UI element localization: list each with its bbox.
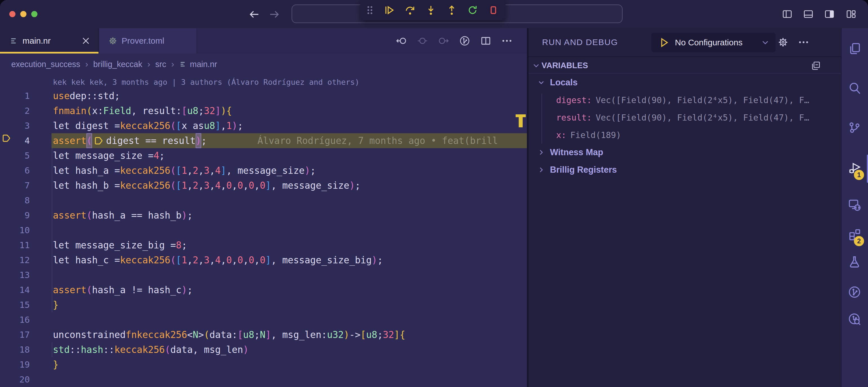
line-number[interactable]: 1: [0, 88, 30, 103]
chevron-right-icon: ›: [147, 59, 150, 69]
code-line-text[interactable]: }: [53, 297, 59, 312]
section-label: VARIABLES: [541, 61, 588, 70]
activity-explorer-icon[interactable]: [848, 42, 861, 55]
toolbar-drag-grip-icon[interactable]: [367, 5, 374, 16]
code-line-text[interactable]: }: [53, 357, 59, 372]
line-number[interactable]: 12: [0, 252, 30, 268]
code-line-text[interactable]: let hash_c = keccak256([1, 2, 3, 4, 0, 0…: [53, 252, 383, 268]
toggle-panel-icon[interactable]: [803, 9, 813, 19]
panel-more-actions-icon[interactable]: [798, 37, 809, 48]
code-line: 6 let hash_a = keccak256([1, 2, 3, 4], m…: [0, 163, 527, 178]
code-line-text[interactable]: std::hash::keccak256(data, msg_len): [53, 342, 249, 357]
variable-row[interactable]: digest:Vec([Field(90), Field(2⁴x5), Fiel…: [529, 91, 841, 109]
chevron-right-icon[interactable]: [537, 149, 545, 156]
line-number[interactable]: 10: [0, 223, 30, 238]
debug-configuration-dropdown[interactable]: No Configurations: [651, 33, 776, 52]
activity-dependency-graph-icon[interactable]: [848, 286, 861, 299]
scope-label: Witness Map: [550, 147, 603, 157]
activity-remote-explorer-icon[interactable]: [848, 198, 861, 211]
chevron-right-icon[interactable]: [537, 166, 545, 174]
code-line-text[interactable]: use dep::std;: [53, 88, 120, 103]
tab-prover-toml[interactable]: Prover.toml: [99, 28, 197, 54]
code-line-text[interactable]: assert(digest == result);Álvaro Rodrígue…: [53, 133, 498, 148]
scope-locals[interactable]: Locals: [529, 74, 841, 91]
code-line-text[interactable]: let hash_a = keccak256([1, 2, 3, 4], mes…: [53, 163, 316, 178]
debug-restart-button[interactable]: [467, 5, 478, 16]
line-number[interactable]: 3: [0, 118, 30, 133]
minimize-window-button[interactable]: [20, 11, 27, 17]
zoom-window-button[interactable]: [31, 11, 37, 17]
code-line-text[interactable]: fn main(x: Field, result: [u8; 32]) {: [53, 103, 232, 118]
code-line: 4 assert(digest == result);Álvaro Rodríg…: [0, 133, 527, 148]
line-number[interactable]: 16: [0, 312, 30, 327]
code-line: 5 let message_size = 4;: [0, 148, 527, 163]
more-actions-icon[interactable]: [501, 35, 512, 46]
code-line-text[interactable]: let hash_b = keccak256([1, 2, 3, 4, 0, 0…: [53, 178, 361, 193]
overview-ruler-marker[interactable]: [519, 117, 523, 127]
customize-layout-icon[interactable]: [846, 9, 856, 19]
collapse-all-icon[interactable]: [811, 61, 821, 71]
line-number[interactable]: 5: [0, 148, 30, 163]
activity-source-control-icon[interactable]: [848, 121, 861, 134]
timeline-icon[interactable]: [459, 35, 470, 46]
line-number[interactable]: 14: [0, 282, 30, 297]
breadcrumb-item[interactable]: brillig_keccak: [93, 60, 142, 69]
chevron-down-icon[interactable]: [537, 79, 545, 86]
variable-row[interactable]: result:Vec([Field(90), Field(2⁴x5), Fiel…: [529, 109, 841, 126]
code-line: 12 let hash_c = keccak256([1, 2, 3, 4, 0…: [0, 252, 527, 268]
line-number[interactable]: 2: [0, 103, 30, 118]
code-line-text[interactable]: assert(hash_a == hash_b);: [53, 208, 193, 223]
toggle-primary-sidebar-icon[interactable]: [782, 9, 792, 19]
activity-graph-search-icon[interactable]: [848, 312, 861, 326]
code-line-text[interactable]: let message_size_big = 8;: [53, 238, 187, 252]
breadcrumb-item-file[interactable]: main.nr: [179, 60, 217, 69]
debug-toolbar: [360, 0, 505, 20]
debug-step-out-button[interactable]: [446, 5, 457, 16]
activity-search-icon[interactable]: [848, 82, 861, 95]
code-line-text[interactable]: let digest = keccak256([x as u8], 1);: [53, 118, 243, 133]
git-blame-header: kek kek kek, 3 months ago | 3 authors (Á…: [53, 78, 360, 87]
code-line-text[interactable]: unconstrained fn keccak256<N>(data: [u8;…: [53, 327, 405, 342]
tab-main-nr[interactable]: main.nr: [0, 28, 99, 54]
line-number[interactable]: 7: [0, 178, 30, 193]
line-number[interactable]: 20: [0, 372, 30, 387]
variables-section-header[interactable]: VARIABLES: [529, 56, 841, 74]
close-tab-icon[interactable]: [82, 37, 90, 45]
code-line-text[interactable]: assert(hash_a != hash_c);: [53, 282, 193, 297]
debug-current-frame-icon[interactable]: [2, 133, 11, 143]
go-back-button[interactable]: [249, 9, 260, 20]
toggle-secondary-sidebar-icon[interactable]: [825, 9, 835, 19]
code-line: 17unconstrained fn keccak256<N>(data: [u…: [0, 327, 527, 342]
debug-settings-gear-icon[interactable]: [778, 37, 788, 48]
debug-step-into-button[interactable]: [426, 5, 436, 16]
next-change-icon[interactable]: [438, 35, 449, 46]
line-number[interactable]: 11: [0, 238, 30, 252]
split-editor-icon[interactable]: [480, 35, 491, 46]
code-line: 19}: [0, 357, 527, 372]
line-number[interactable]: 19: [0, 357, 30, 372]
line-number[interactable]: 8: [0, 193, 30, 208]
line-number[interactable]: 17: [0, 327, 30, 342]
start-debug-icon[interactable]: [660, 38, 669, 47]
scope-brillig-registers[interactable]: Brillig Registers: [529, 161, 841, 179]
breadcrumb-item[interactable]: execution_success: [11, 60, 80, 69]
activity-testing-icon[interactable]: [848, 256, 861, 268]
debug-continue-button[interactable]: [384, 5, 395, 16]
line-number[interactable]: 9: [0, 208, 30, 223]
changes-icon[interactable]: [417, 35, 428, 46]
variable-row[interactable]: x:Field(189): [529, 126, 841, 144]
line-number[interactable]: 13: [0, 268, 30, 282]
debug-stop-button[interactable]: [488, 5, 499, 16]
line-number[interactable]: 18: [0, 342, 30, 357]
go-forward-button[interactable]: [269, 9, 280, 20]
debug-step-over-button[interactable]: [405, 5, 415, 16]
scope-witness-map[interactable]: Witness Map: [529, 144, 841, 161]
line-number[interactable]: 6: [0, 163, 30, 178]
code-editor[interactable]: kek kek kek, 3 months ago | 3 authors (Á…: [0, 75, 527, 387]
breadcrumb-item[interactable]: src: [155, 60, 166, 69]
line-number[interactable]: 15: [0, 297, 30, 312]
overview-ruler-marker[interactable]: [516, 114, 526, 117]
code-line-text[interactable]: let message_size = 4;: [53, 148, 165, 163]
close-window-button[interactable]: [9, 11, 16, 17]
previous-change-icon[interactable]: [396, 35, 407, 46]
